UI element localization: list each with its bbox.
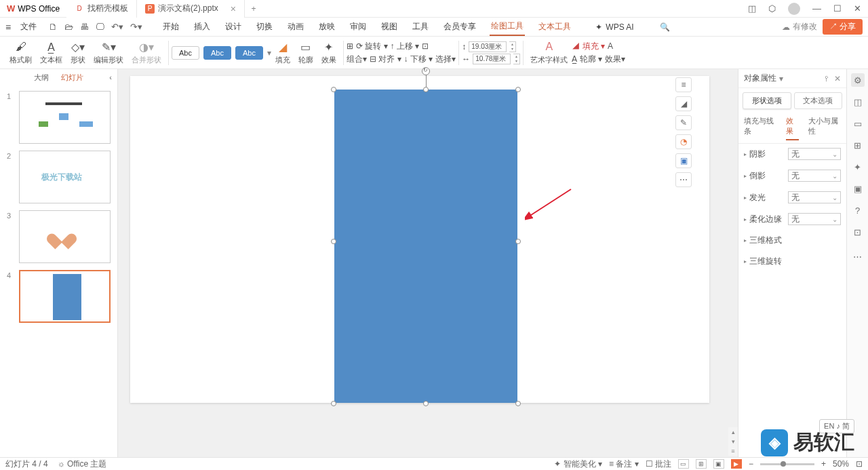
print-icon[interactable]: 🖶 [80, 22, 89, 32]
scroll-up-icon[interactable]: ▴ [728, 427, 738, 437]
preview-icon[interactable]: 🖵 [96, 22, 104, 32]
format-painter[interactable]: 🖌格式刷 [5, 38, 36, 68]
beautify-button[interactable]: ✦ 智能美化 ▾ [554, 458, 602, 470]
notes-button[interactable]: ≡ 备注 ▾ [609, 458, 639, 470]
rotate-handle[interactable] [422, 67, 430, 75]
view-reading[interactable]: ▣ [713, 459, 724, 469]
softedge-select[interactable]: 无 [788, 213, 841, 225]
layout-icon[interactable]: ⊞ [851, 138, 865, 152]
properties-icon[interactable]: ⚙ [851, 73, 865, 87]
reflection-select[interactable]: 无 [788, 170, 841, 182]
tab-tools[interactable]: 工具 [411, 18, 430, 35]
tab-transition[interactable]: 切换 [255, 18, 274, 35]
subtab-effect[interactable]: 效果 [786, 116, 799, 140]
slide-counter[interactable]: 幻灯片 4 / 4 [5, 458, 48, 470]
resize-handle[interactable] [331, 401, 336, 406]
undo-icon[interactable]: ↶▾ [111, 22, 123, 32]
3drotation-label[interactable]: 三维旋转 [749, 256, 782, 267]
text-outline[interactable]: A̲ 轮廓 ▾ [572, 54, 602, 65]
zoom-in[interactable]: + [821, 459, 826, 469]
tab-animation[interactable]: 动画 [286, 18, 305, 35]
subtab-fill-line[interactable]: 填充与线条 [744, 116, 776, 140]
subtab-size[interactable]: 大小与属性 [808, 116, 841, 140]
style-preset-2[interactable]: Abc [203, 46, 231, 60]
maximize-icon[interactable]: ☐ [833, 3, 842, 14]
close-tab-icon[interactable]: × [231, 3, 236, 14]
fit-icon[interactable]: ⊡ [856, 459, 863, 469]
glow-select[interactable]: 无 [788, 191, 841, 203]
fill-button[interactable]: ◢填充 [271, 38, 294, 68]
resize-handle[interactable] [515, 87, 521, 92]
group-icon[interactable]: ⊞ [347, 41, 353, 51]
save-icon[interactable]: 🗁 [64, 22, 73, 32]
template-tab[interactable]: D找稻壳模板 [66, 0, 137, 18]
style-preset-3[interactable]: Abc [235, 46, 263, 60]
animate-icon[interactable]: ✦ [851, 160, 865, 174]
shape-button[interactable]: ◇▾形状 [66, 38, 90, 68]
resize-handle[interactable] [331, 239, 336, 244]
resize-handle[interactable] [423, 87, 429, 92]
comments-button[interactable]: ☐ 批注 [646, 458, 671, 470]
glow-label[interactable]: 发光 [749, 192, 766, 203]
file-menu[interactable]: 文件 [20, 21, 37, 33]
wps-ai[interactable]: ✦ WPS AI [594, 20, 637, 35]
merge-shape-button[interactable]: ◑▾合并形状 [127, 38, 165, 68]
softedge-label[interactable]: 柔化边缘 [749, 214, 782, 225]
textbox-button[interactable]: A̲文本框 [36, 38, 66, 68]
close-panel-icon[interactable]: ✕ [834, 74, 841, 83]
settings-icon[interactable]: ⊡ [851, 225, 865, 239]
collapse-panel-icon[interactable]: ‹ [109, 73, 112, 81]
selected-shape[interactable] [334, 79, 518, 404]
zoom-value[interactable]: 50% [833, 459, 849, 469]
app-logo[interactable]: WWPS Office [0, 0, 66, 18]
outline-button[interactable]: ▭轮廓 [294, 38, 317, 68]
slide-thumb-2[interactable]: 极光下载站 [19, 151, 111, 203]
group-dd[interactable]: 组合▾ [347, 54, 367, 65]
select-dd[interactable]: 选择▾ [435, 54, 456, 65]
new-icon[interactable]: 🗋 [49, 22, 58, 32]
effect-button[interactable]: ✦效果 [317, 38, 340, 68]
slides-tab[interactable]: 幻灯片 [61, 73, 83, 83]
shape-tool-icon[interactable]: ◔ [675, 134, 692, 149]
slide-thumb-1[interactable] [19, 91, 111, 144]
window-tile-icon[interactable]: ◫ [748, 3, 756, 14]
height-spinner[interactable]: ▴▾ [509, 41, 516, 52]
shape-styles[interactable]: Abc Abc Abc ▾ [172, 46, 271, 60]
width-input[interactable] [473, 54, 511, 64]
height-input[interactable] [469, 41, 507, 52]
zoom-out[interactable]: − [749, 459, 753, 469]
tab-text-tools[interactable]: 文本工具 [537, 18, 572, 35]
tab-home[interactable]: 开始 [161, 18, 180, 35]
slide-thumb-4[interactable] [19, 270, 111, 323]
shadow-select[interactable]: 无 [788, 148, 841, 160]
text-effect-icon[interactable]: A [608, 41, 613, 51]
panel-dropdown-icon[interactable]: ▾ [779, 74, 783, 83]
layers-icon[interactable]: ≡ [675, 77, 692, 92]
tab-insert[interactable]: 插入 [193, 18, 212, 35]
close-icon[interactable]: ✕ [854, 3, 861, 14]
vertical-scrollbar[interactable]: ▴▾≡ [728, 69, 738, 460]
reflection-label[interactable]: 倒影 [749, 170, 766, 182]
view-slideshow[interactable]: ▶ [731, 459, 742, 469]
avatar[interactable] [788, 3, 800, 15]
share-button[interactable]: ↗ 分享 [823, 19, 863, 35]
more-icon[interactable]: ⋯ [675, 172, 692, 187]
minimize-icon[interactable]: — [812, 3, 821, 14]
view-normal[interactable]: ▭ [678, 459, 689, 469]
slide-canvas[interactable] [130, 76, 709, 403]
redo-icon[interactable]: ↷▾ [130, 22, 142, 32]
shape-options-tab[interactable]: 形状选项 [743, 92, 791, 109]
resize-handle[interactable] [515, 239, 521, 244]
new-tab-button[interactable]: + [245, 0, 262, 18]
tab-slideshow[interactable]: 放映 [317, 18, 336, 35]
zoom-slider[interactable] [760, 463, 814, 465]
resize-handle[interactable] [331, 87, 336, 92]
theme-status[interactable]: ☼ Office 主题 [58, 458, 107, 470]
image-tool-icon[interactable]: ▣ [675, 153, 692, 168]
align-dd[interactable]: ⊟ 对齐 ▾ [370, 54, 401, 65]
gallery-icon[interactable]: ◫ [851, 95, 865, 109]
text-options-tab[interactable]: 文本选项 [794, 92, 843, 109]
3dformat-label[interactable]: 三维格式 [749, 235, 782, 246]
pin-icon[interactable]: ⫯ [825, 74, 829, 83]
fill-tool-icon[interactable]: ◢ [675, 96, 692, 111]
